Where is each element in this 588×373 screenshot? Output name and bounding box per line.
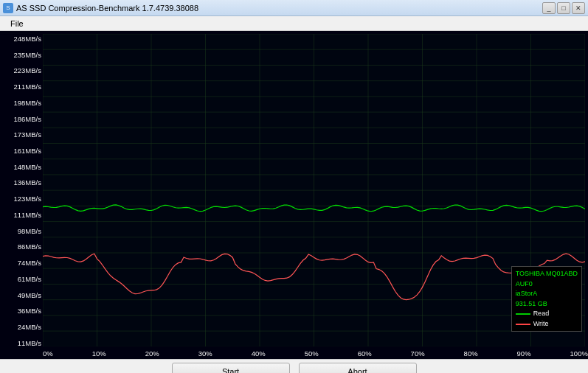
- legend-size: 931.51 GB: [516, 299, 578, 310]
- x-axis-label: 10%: [92, 349, 106, 358]
- x-axis-label: 80%: [464, 349, 478, 358]
- x-axis-label: 30%: [198, 349, 212, 358]
- main-content: 248MB/s235MB/s223MB/s211MB/s198MB/s186MB…: [0, 31, 588, 373]
- y-axis-label: 74MB/s: [1, 259, 41, 267]
- y-axis-label: 49MB/s: [1, 292, 41, 299]
- title-bar: S AS SSD Compression-Benchmark 1.7.4739.…: [0, 0, 588, 16]
- start-button[interactable]: Start: [172, 363, 290, 373]
- x-axis-label: 100%: [570, 349, 588, 358]
- close-button[interactable]: ✕: [572, 2, 585, 14]
- y-axis-label: 198MB/s: [1, 100, 41, 107]
- legend-model: AUF0: [516, 279, 578, 290]
- y-axis-label: 148MB/s: [1, 164, 41, 171]
- legend-write-line: [516, 324, 530, 325]
- legend-read-line: [516, 313, 530, 315]
- y-axis-label: 123MB/s: [1, 195, 41, 203]
- y-axis-label: 36MB/s: [1, 307, 41, 315]
- abort-button[interactable]: Abort: [299, 363, 417, 373]
- chart-container: 248MB/s235MB/s223MB/s211MB/s198MB/s186MB…: [0, 31, 588, 348]
- menu-file[interactable]: File: [6, 18, 28, 29]
- app-icon: S: [3, 3, 13, 13]
- chart-svg: [43, 34, 585, 346]
- y-axis-label: 223MB/s: [1, 67, 41, 74]
- legend-read-row: Read: [516, 309, 578, 319]
- x-axis-label: 70%: [411, 349, 425, 358]
- y-axis-label: 136MB/s: [1, 179, 41, 186]
- x-axis-label: 0%: [43, 349, 53, 358]
- y-axis: 248MB/s235MB/s223MB/s211MB/s198MB/s186MB…: [0, 34, 43, 346]
- x-axis-label: 90%: [517, 349, 531, 358]
- x-axis-label: 60%: [358, 349, 372, 358]
- y-axis-label: 235MB/s: [1, 52, 41, 59]
- chart-plot: TOSHIBA MQ01ABD AUF0 iaStorA 931.51 GB R…: [43, 34, 585, 346]
- y-axis-label: 211MB/s: [1, 83, 41, 91]
- legend-write-row: Write: [516, 319, 578, 330]
- y-axis-label: 173MB/s: [1, 131, 41, 139]
- legend-read-label: Read: [533, 309, 550, 319]
- y-axis-label: 86MB/s: [1, 243, 41, 251]
- legend-write-label: Write: [533, 319, 549, 330]
- buttons-area: Start Abort: [0, 359, 588, 373]
- title-text: S AS SSD Compression-Benchmark 1.7.4739.…: [3, 3, 198, 13]
- legend-drive: TOSHIBA MQ01ABD: [516, 269, 578, 279]
- x-label-row: 0%10%20%30%40%50%60%70%80%90%100%: [43, 348, 588, 359]
- window-title: AS SSD Compression-Benchmark 1.7.4739.38…: [16, 4, 198, 13]
- y-axis-label: 24MB/s: [1, 324, 41, 331]
- y-axis-label: 98MB/s: [1, 228, 41, 235]
- y-axis-label: 11MB/s: [1, 340, 41, 347]
- maximize-button[interactable]: □: [557, 2, 570, 14]
- menu-bar: File: [0, 16, 588, 31]
- y-axis-label: 111MB/s: [1, 212, 41, 219]
- legend-controller: iaStorA: [516, 289, 578, 299]
- y-axis-label: 161MB/s: [1, 147, 41, 155]
- x-axis-label: 20%: [145, 349, 159, 358]
- title-controls: _ □ ✕: [542, 2, 585, 14]
- x-axis-label: 50%: [305, 349, 319, 358]
- minimize-button[interactable]: _: [542, 2, 556, 14]
- y-axis-label: 61MB/s: [1, 276, 41, 283]
- legend: TOSHIBA MQ01ABD AUF0 iaStorA 931.51 GB R…: [511, 266, 582, 332]
- x-axis: 0%10%20%30%40%50%60%70%80%90%100%: [0, 348, 588, 359]
- y-axis-label: 186MB/s: [1, 116, 41, 123]
- x-axis-label: 40%: [252, 349, 266, 358]
- y-axis-label: 248MB/s: [1, 35, 41, 43]
